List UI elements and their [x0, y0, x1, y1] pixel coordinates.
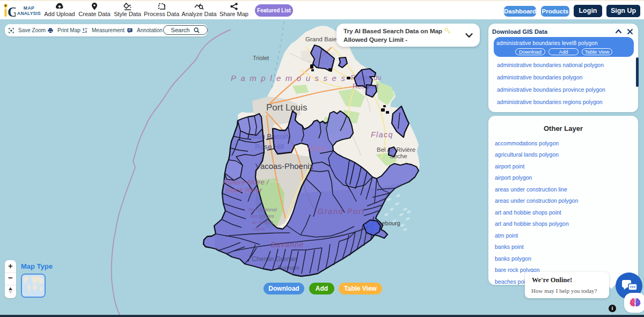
svg-text:Rivière Noire /: Rivière Noire / [223, 178, 269, 186]
svg-text:de Rivière: de Rivière [252, 220, 274, 225]
svg-text:Noire: Noire [253, 226, 265, 232]
svg-text:Savanne: Savanne [270, 240, 304, 249]
svg-text:Pamplemousses: Pamplemousses [231, 73, 349, 83]
svg-text:G: G [8, 4, 16, 18]
svg-text:Parc national: Parc national [248, 207, 277, 212]
svg-text:des gorges: des gorges [250, 213, 274, 219]
svg-text:Black River: Black River [225, 186, 262, 194]
svg-text:Port Louis: Port Louis [266, 102, 308, 113]
svg-text:Flacq: Flacq [371, 130, 393, 139]
svg-text:Moka: Moka [308, 144, 326, 153]
svg-text:Vacoas-Phoenix: Vacoas-Phoenix [255, 161, 314, 171]
svg-text:Grand Baie: Grand Baie [305, 36, 336, 42]
svg-text:Surinam: Surinam [277, 264, 299, 271]
svg-text:Grand Port: Grand Port [318, 207, 365, 216]
svg-text:Chemin Grenier: Chemin Grenier [252, 255, 297, 263]
svg-text:Triolet: Triolet [253, 55, 269, 61]
